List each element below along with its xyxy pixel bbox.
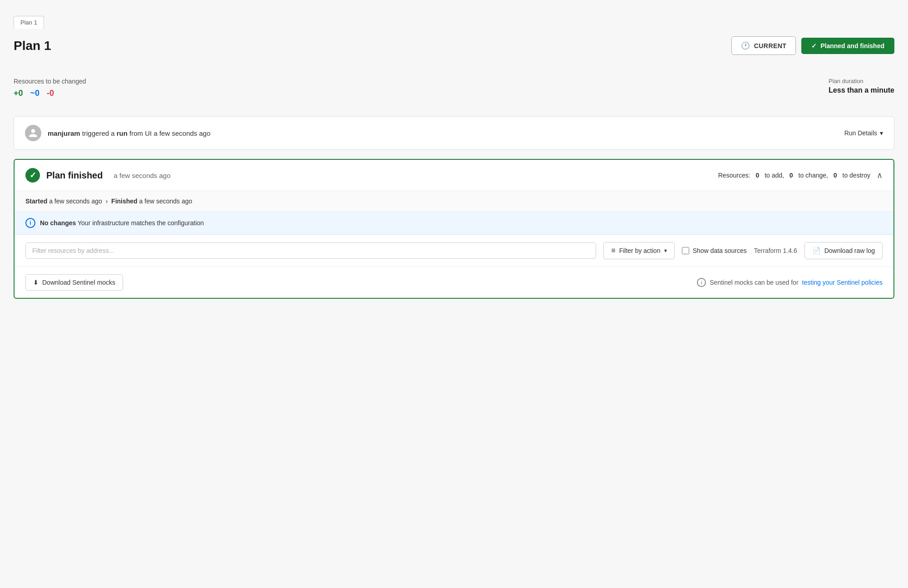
trigger-bar: manjuram triggered a run from UI a few s… xyxy=(14,116,894,150)
no-changes-banner: i No changes Your infrastructure matches… xyxy=(15,212,893,235)
plan-finished-left: ✓ Plan finished a few seconds ago xyxy=(25,168,171,183)
count-add: +0 xyxy=(14,89,23,98)
avatar xyxy=(25,125,41,141)
resources-summary: Resources: 0 to add, 0 to change, 0 to d… xyxy=(718,172,870,179)
plan-info-section: Resources to be changed +0 ~0 -0 Plan du… xyxy=(14,73,894,103)
resources-changed-label: Resources to be changed xyxy=(14,78,829,85)
filter-action-button[interactable]: ≡ Filter by action ▾ xyxy=(603,242,674,259)
filter-action-label: Filter by action xyxy=(619,247,661,254)
sentinel-footer: ⬇ Download Sentinel mocks i Sentinel moc… xyxy=(15,267,893,298)
info-icon: i xyxy=(25,218,35,228)
sentinel-info: i Sentinel mocks can be used for testing… xyxy=(697,278,883,287)
plan-duration-section: Plan duration Less than a minute xyxy=(829,78,894,94)
header-actions: 🕐 CURRENT ✓ Planned and finished xyxy=(731,36,894,55)
plan-duration-label: Plan duration xyxy=(829,78,894,84)
planned-finished-label: Planned and finished xyxy=(820,42,884,49)
plan-tab-label: Plan 1 xyxy=(20,19,37,26)
document-icon: 📄 xyxy=(812,247,821,255)
trigger-info: manjuram triggered a run from UI a few s… xyxy=(25,125,211,141)
download-raw-log-button[interactable]: 📄 Download raw log xyxy=(804,242,883,259)
filter-toolbar: ≡ Filter by action ▾ Show data sources T… xyxy=(15,235,893,267)
plan-status-icon: ✓ xyxy=(25,168,40,183)
show-datasources-checkbox[interactable] xyxy=(682,247,689,254)
page-title: Plan 1 xyxy=(14,39,51,53)
plan-finished-title: Plan finished xyxy=(46,170,103,181)
show-datasources-text: Show data sources xyxy=(693,247,747,254)
plan-finished-card: ✓ Plan finished a few seconds ago Resour… xyxy=(14,159,894,299)
download-raw-log-label: Download raw log xyxy=(824,247,875,254)
clock-icon: 🕐 xyxy=(741,41,750,50)
run-details-label: Run Details xyxy=(844,129,877,137)
show-datasources-label[interactable]: Show data sources xyxy=(682,247,747,254)
download-icon: ⬇ xyxy=(33,279,39,286)
filter-address-input[interactable] xyxy=(25,242,596,259)
change-counts: +0 ~0 -0 xyxy=(14,89,829,98)
download-sentinel-label: Download Sentinel mocks xyxy=(42,279,115,286)
plan-tab[interactable]: Plan 1 xyxy=(14,16,44,29)
run-details-button[interactable]: Run Details ▾ xyxy=(844,129,883,137)
chevron-down-icon: ▾ xyxy=(664,247,667,254)
count-destroy: -0 xyxy=(47,89,54,98)
terraform-version: Terraform 1.4.6 xyxy=(754,247,797,254)
plan-duration-value: Less than a minute xyxy=(829,86,894,94)
sentinel-info-icon: i xyxy=(697,278,706,287)
sentinel-info-text: Sentinel mocks can be used for xyxy=(710,279,798,286)
sentinel-policies-link[interactable]: testing your Sentinel policies xyxy=(802,279,883,286)
current-label: CURRENT xyxy=(754,42,786,49)
resources-changed: Resources to be changed +0 ~0 -0 xyxy=(14,78,829,98)
plan-finished-time: a few seconds ago xyxy=(114,172,170,179)
plan-resources-right: Resources: 0 to add, 0 to change, 0 to d… xyxy=(718,170,883,180)
plan-timeline: Started a few seconds ago › Finished a f… xyxy=(15,191,893,212)
plan-finished-header: ✓ Plan finished a few seconds ago Resour… xyxy=(15,160,893,191)
download-sentinel-button[interactable]: ⬇ Download Sentinel mocks xyxy=(25,274,123,291)
chevron-down-icon: ▾ xyxy=(880,129,883,137)
current-button[interactable]: 🕐 CURRENT xyxy=(731,36,796,55)
trigger-text: manjuram triggered a run from UI a few s… xyxy=(48,129,211,137)
planned-finished-button[interactable]: ✓ Planned and finished xyxy=(801,38,894,54)
filter-icon: ≡ xyxy=(611,247,615,255)
chevron-up-icon[interactable]: ∧ xyxy=(877,170,883,180)
trigger-username: manjuram xyxy=(48,129,80,137)
check-icon: ✓ xyxy=(811,42,817,49)
no-changes-text: No changes Your infrastructure matches t… xyxy=(40,219,204,227)
count-change: ~0 xyxy=(30,89,40,98)
